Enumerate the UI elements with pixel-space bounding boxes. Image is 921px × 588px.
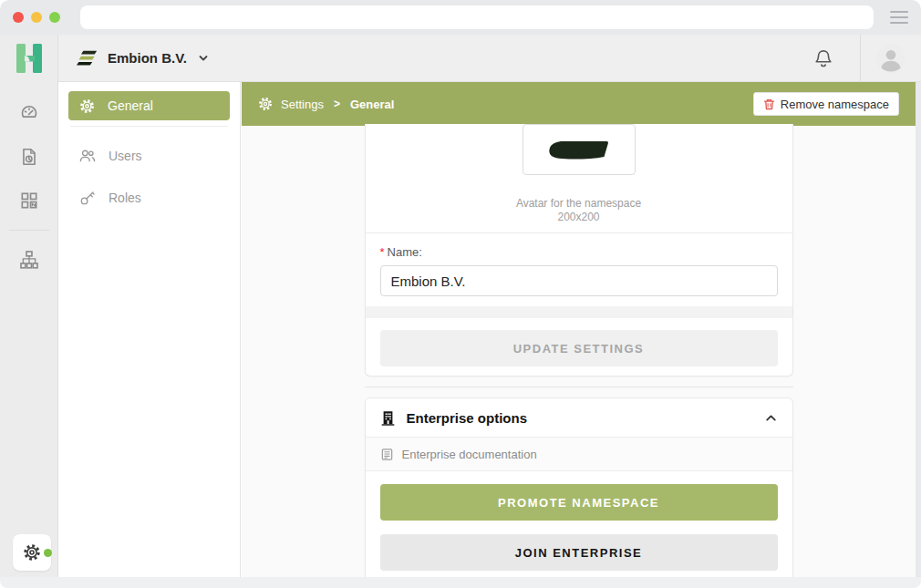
app-header: Embion B.V.	[58, 35, 921, 82]
settings-status-dot	[44, 549, 52, 557]
cards-divider	[365, 387, 793, 387]
users-icon	[79, 148, 96, 164]
minimize-window-button[interactable]	[31, 12, 42, 23]
name-field-group: *Name:	[366, 233, 792, 306]
trash-icon	[763, 98, 775, 110]
gear-icon	[23, 543, 41, 562]
namespace-avatar-upload[interactable]	[523, 124, 636, 175]
breadcrumb-root[interactable]: Settings	[281, 98, 324, 111]
rail-item-reports[interactable]	[11, 139, 47, 175]
rail-item-apps[interactable]	[11, 182, 47, 219]
main-content: Settings > General Remove namespace Avat…	[242, 82, 916, 577]
settings-sidebar: General Users Roles	[58, 82, 241, 577]
building-icon	[380, 410, 396, 426]
breadcrumb-bar: Settings > General Remove namespace	[242, 82, 916, 126]
enterprise-documentation-link[interactable]: Enterprise documentation	[366, 437, 792, 471]
name-input[interactable]	[380, 265, 778, 296]
sidebar-item-users[interactable]: Users	[68, 141, 230, 170]
browser-chrome	[0, 0, 921, 35]
url-bar[interactable]	[80, 5, 874, 29]
icon-rail	[0, 35, 58, 577]
window-bottom-edge	[0, 577, 921, 588]
gear-icon	[258, 97, 273, 111]
key-icon	[79, 190, 96, 206]
gear-icon	[79, 98, 95, 114]
namespace-name: Embion B.V.	[108, 50, 187, 66]
enterprise-options-title: Enterprise options	[407, 410, 528, 426]
sidebar-item-roles[interactable]: Roles	[68, 183, 230, 212]
rail-item-dashboard[interactable]	[11, 95, 47, 131]
sidebar-divider	[70, 126, 228, 127]
sitemap-icon	[19, 250, 39, 270]
breadcrumb-separator: >	[334, 98, 340, 110]
browser-menu-icon[interactable]	[890, 11, 908, 24]
browser-window: Embion B.V. General	[0, 0, 921, 588]
rail-divider	[9, 230, 49, 231]
join-enterprise-button[interactable]: JOIN ENTERPRISE	[380, 534, 778, 571]
namespace-switcher[interactable]: Embion B.V.	[58, 48, 209, 68]
promote-namespace-button[interactable]: PROMOTE NAMESPACE	[380, 484, 778, 521]
update-settings-button[interactable]: UPDATE SETTINGS	[380, 330, 778, 366]
breadcrumb: Settings > General	[258, 97, 394, 111]
enterprise-options-card: Enterprise options Enterprise documentat…	[365, 397, 793, 577]
name-field-label: *Name:	[380, 245, 778, 259]
enterprise-actions: PROMOTE NAMESPACE JOIN ENTERPRISE	[366, 471, 792, 577]
card-footer: UPDATE SETTINGS	[366, 318, 792, 376]
namespace-avatar-image	[546, 139, 612, 160]
enterprise-documentation-label: Enterprise documentation	[402, 448, 537, 461]
avatar-caption-line2: 200x200	[366, 211, 792, 224]
chevron-down-icon	[198, 53, 209, 64]
remove-namespace-label: Remove namespace	[781, 98, 889, 111]
close-window-button[interactable]	[13, 12, 24, 23]
avatar-caption-line1: Avatar for the namespace	[366, 197, 792, 211]
enterprise-options-header[interactable]: Enterprise options	[366, 398, 792, 437]
maximize-window-button[interactable]	[49, 12, 60, 23]
scrollbar-track[interactable]	[916, 82, 921, 577]
window-controls	[13, 12, 60, 23]
sidebar-item-label: General	[108, 98, 153, 113]
breadcrumb-current: General	[350, 98, 394, 111]
apps-grid-icon	[19, 191, 39, 211]
report-file-icon	[19, 147, 39, 167]
remove-namespace-button[interactable]: Remove namespace	[753, 92, 899, 116]
book-icon	[380, 448, 394, 461]
general-settings-card: Avatar for the namespace 200x200 *Name: …	[365, 124, 793, 377]
dashboard-gauge-icon	[19, 103, 39, 123]
h-logo-icon	[14, 43, 45, 74]
rail-item-organization[interactable]	[11, 242, 47, 278]
sidebar-item-label: Roles	[109, 191, 141, 205]
required-mark: *	[380, 245, 385, 259]
user-menu[interactable]	[861, 44, 921, 73]
avatar-caption: Avatar for the namespace 200x200	[366, 197, 792, 224]
notifications-button[interactable]	[803, 48, 843, 68]
app-logo[interactable]	[0, 35, 57, 82]
chevron-up-icon[interactable]	[764, 411, 778, 425]
sidebar-item-label: Users	[109, 149, 142, 163]
sidebar-item-general[interactable]: General	[68, 91, 230, 120]
bell-icon	[813, 48, 833, 68]
brand-logo-icon	[77, 48, 98, 68]
card-section-band	[366, 306, 792, 318]
user-avatar	[876, 44, 905, 73]
